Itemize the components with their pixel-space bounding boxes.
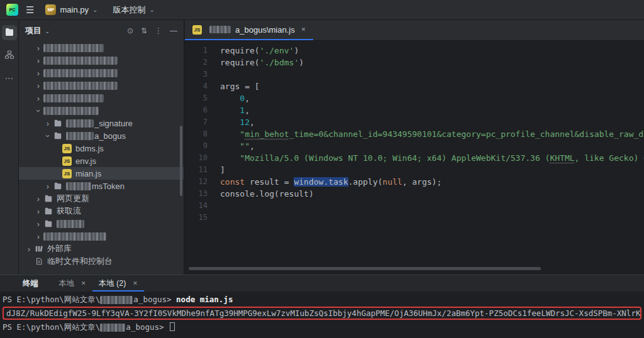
code-line: 14: [185, 200, 644, 212]
chevron-right-icon[interactable]: ›: [33, 207, 43, 216]
chevron-right-icon[interactable]: ›: [33, 68, 43, 78]
horizontal-scrollbar[interactable]: [189, 267, 541, 270]
code-token: 1: [240, 106, 245, 115]
tree-item[interactable]: ›: [19, 54, 184, 67]
expand-collapse-icon[interactable]: ⇅: [141, 26, 147, 35]
chevron-right-icon[interactable]: ›: [43, 182, 53, 191]
tree-item[interactable]: ›网页更新: [19, 192, 184, 205]
chevron-right-icon[interactable]: ›: [24, 244, 34, 254]
censored-text: [43, 107, 99, 115]
folder-icon: [43, 206, 53, 216]
code-token: ): [299, 58, 304, 67]
close-icon[interactable]: ✕: [301, 26, 306, 33]
code-line: 10 "Mozilla/5.0 (Windows NT 10.0; Win64;…: [185, 152, 644, 164]
js-file-icon: JS: [192, 25, 202, 35]
prompt-text: a_bogus>: [133, 295, 176, 304]
tree-item[interactable]: JSmian.js: [19, 167, 184, 180]
chevron-right-icon[interactable]: ›: [33, 81, 43, 90]
more-tools-button[interactable]: ⋯: [2, 70, 17, 85]
code-token: args = [: [220, 82, 260, 91]
censored-text: [43, 94, 104, 102]
tree-item[interactable]: JSenv.js: [19, 155, 184, 167]
tree-item[interactable]: ›: [19, 104, 184, 117]
locate-file-icon[interactable]: ⊙: [127, 26, 133, 35]
chevron-down-icon[interactable]: ›: [43, 131, 53, 141]
code-token: ,: [250, 141, 255, 151]
main-menu-icon[interactable]: ☰: [26, 4, 34, 16]
tree-item[interactable]: ›_signature: [19, 117, 184, 129]
chevron-right-icon[interactable]: ›: [33, 232, 43, 241]
chevron-right-icon[interactable]: ›: [33, 94, 43, 103]
code-token: "Mozilla/5.0 (Windows NT 10.0; Win64; x6…: [240, 153, 550, 163]
code-line: 7 12,: [185, 116, 644, 128]
code-token: min_behot: [245, 129, 289, 139]
code-area[interactable]: 1require('./env')2require('./bdms')34arg…: [185, 41, 644, 275]
code-token: _time=0&channel_id=94349590101&category=…: [289, 129, 644, 139]
code-line: 9 "",: [185, 140, 644, 152]
censored-text: [57, 220, 84, 228]
code-text: 1,: [220, 104, 250, 116]
more-options-icon[interactable]: ⋮: [155, 26, 162, 35]
censored-text: [66, 182, 91, 190]
terminal-tabbar: 终端 本地✕本地 (2)✕: [0, 275, 644, 292]
censored-text: [100, 296, 133, 304]
code-token: null: [382, 177, 402, 187]
code-token: result =: [250, 177, 294, 187]
chevron-down-icon[interactable]: ›: [34, 106, 43, 116]
line-number: 3: [185, 68, 220, 80]
titlebar: PC ☰ MP main.py ⌄ 版本控制 ⌄: [0, 0, 644, 20]
js-file-icon: JS: [62, 156, 72, 166]
code-line: 2require('./bdms'): [185, 57, 644, 68]
structure-tool-button[interactable]: [2, 48, 17, 63]
terminal-tab-label: 本地: [58, 278, 74, 289]
line-number: 11: [185, 164, 220, 176]
chevron-right-icon[interactable]: ›: [33, 194, 43, 204]
chevron-right-icon[interactable]: ›: [33, 219, 43, 229]
tree-item[interactable]: ›: [19, 230, 184, 243]
tree-item-label: bdms.js: [75, 144, 104, 153]
tree-item[interactable]: ›: [19, 67, 184, 79]
tree-item[interactable]: JSbdms.js: [19, 142, 184, 155]
panel-title[interactable]: 项目: [25, 25, 42, 36]
code-line: 8 "min_behot_time=0&channel_id=943495901…: [185, 128, 644, 140]
tree-item[interactable]: ›获取流: [19, 205, 184, 217]
terminal-output[interactable]: PS E:\python\网站文章\a_bogus> node mian.jsd…: [0, 292, 644, 333]
tree-item[interactable]: ›: [19, 217, 184, 230]
code-token: [220, 153, 240, 163]
chevron-right-icon[interactable]: ›: [43, 119, 53, 128]
chevron-right-icon[interactable]: ›: [33, 43, 43, 53]
code-text: const result = window.task.apply(null, a…: [220, 176, 441, 188]
line-number: 9: [185, 140, 220, 152]
run-config-selector[interactable]: MP main.py ⌄: [42, 3, 101, 17]
line-number: 7: [185, 116, 220, 128]
project-tool-button[interactable]: [2, 25, 17, 40]
code-line: 3: [185, 68, 644, 80]
tree-item[interactable]: ›外部库: [19, 243, 184, 255]
chevron-right-icon[interactable]: ›: [33, 56, 43, 65]
tree-item[interactable]: 临时文件和控制台: [19, 255, 184, 268]
tree-item[interactable]: ›a_bogus: [19, 129, 184, 142]
close-icon[interactable]: ✕: [81, 280, 86, 286]
tree-item[interactable]: ›: [19, 79, 184, 92]
tree-item[interactable]: ›: [19, 41, 184, 54]
pycharm-window: PC ☰ MP main.py ⌄ 版本控制 ⌄ ⋯ 项目 ⌄: [0, 0, 644, 338]
code-text: require('./env'): [220, 45, 299, 57]
code-text: console.log(result): [220, 188, 314, 200]
terminal-panel-title[interactable]: 终端: [23, 278, 38, 289]
code-token: require(: [220, 46, 260, 55]
terminal-line: PS E:\python\网站文章\a_bogus> node mian.js: [3, 294, 641, 305]
lib-icon: [34, 244, 44, 254]
close-icon[interactable]: ✕: [133, 280, 138, 286]
terminal-command: node mian.js: [176, 295, 233, 304]
code-token: .apply(: [348, 177, 383, 187]
vcs-widget[interactable]: 版本控制 ⌄: [109, 3, 158, 18]
tree-item[interactable]: ›msToken: [19, 180, 184, 192]
terminal-tab[interactable]: 本地✕: [52, 275, 92, 292]
hide-panel-icon[interactable]: —: [170, 26, 177, 35]
terminal-tab[interactable]: 本地 (2)✕: [92, 275, 144, 292]
tree-item[interactable]: ›: [19, 92, 184, 104]
censored-text: [100, 324, 125, 332]
editor-tabbar: JS a_bogus\mian.js ✕: [185, 20, 644, 41]
editor-tab[interactable]: JS a_bogus\mian.js ✕: [185, 20, 313, 40]
project-scrollbar[interactable]: [180, 126, 182, 196]
